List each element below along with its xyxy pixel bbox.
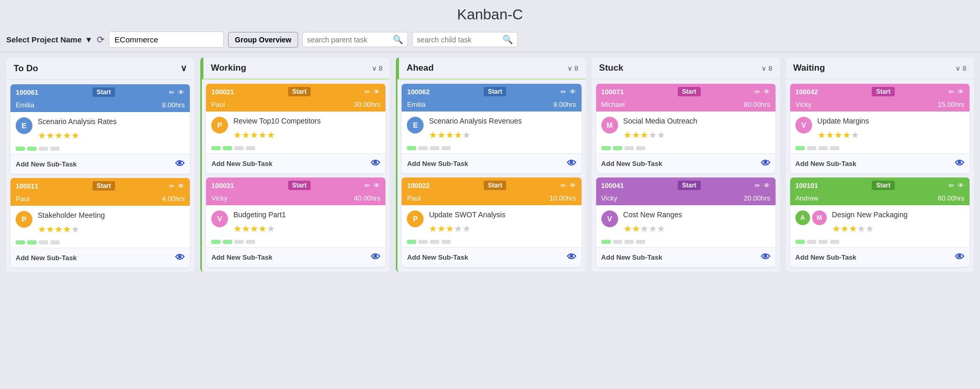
card-actions: ✏ 👁 [949,88,964,96]
start-button[interactable]: Start [872,87,894,96]
add-subtask-button[interactable]: Add New Sub-Task [407,253,468,261]
add-subtask-button[interactable]: Add New Sub-Task [16,254,77,262]
eye-button[interactable]: 👁 [764,182,770,190]
subtask-dot [636,146,645,150]
subtask-dot [418,146,428,150]
task-id: 100062 [407,88,429,96]
project-select-button[interactable]: Select Project Name ▼ [6,35,93,44]
subtask-dot [246,240,255,244]
subtask-dots-row [596,144,776,153]
edit-button[interactable]: ✏ [364,182,370,190]
edit-button[interactable]: ✏ [561,88,566,96]
task-stars: ★★★★★ [429,129,576,141]
footer-eye-icon[interactable]: 👁 [955,158,964,169]
card-actions: ✏ 👁 [755,182,770,190]
start-button[interactable]: Start [93,87,115,97]
add-subtask-button[interactable]: Add New Sub-Task [407,160,468,168]
subtask-dot [211,146,221,150]
edit-button[interactable]: ✏ [364,88,370,96]
add-subtask-button[interactable]: Add New Sub-Task [601,253,663,261]
edit-button[interactable]: ✏ [755,182,760,190]
edit-button[interactable]: ✏ [561,182,566,190]
card-subheader: Vicky 15.00hrs [790,99,970,112]
task-hours: 20.00hrs [744,194,770,202]
edit-button[interactable]: ✏ [949,182,954,190]
star-icon: ★ [233,130,242,140]
column-chevron-icon[interactable]: ∨ [180,63,187,74]
search-parent-input[interactable] [307,36,391,44]
eye-button[interactable]: 👁 [178,88,185,96]
subtask-dot [27,147,37,151]
eye-button[interactable]: 👁 [764,88,770,96]
search-parent-icon[interactable]: 🔍 [393,35,403,45]
subtask-dot [636,240,645,244]
add-subtask-button[interactable]: Add New Sub-Task [16,160,77,168]
task-stars: ★★★★★ [623,129,770,141]
footer-eye-icon[interactable]: 👁 [567,158,576,169]
add-subtask-button[interactable]: Add New Sub-Task [601,160,663,168]
footer-eye-icon[interactable]: 👁 [567,252,576,263]
task-name: Cost New Ranges [623,210,770,219]
eye-button[interactable]: 👁 [178,182,185,190]
start-button[interactable]: Start [484,87,506,96]
footer-eye-icon[interactable]: 👁 [371,158,380,169]
add-subtask-button[interactable]: Add New Sub-Task [211,160,272,168]
footer-eye-icon[interactable]: 👁 [175,159,185,170]
subtask-dot [818,240,828,244]
task-hours: 80.00hrs [744,101,770,108]
eye-button[interactable]: 👁 [569,182,576,190]
eye-button[interactable]: 👁 [958,88,964,96]
footer-eye-icon[interactable]: 👁 [371,252,380,263]
add-subtask-button[interactable]: Add New Sub-Task [795,160,857,168]
edit-button[interactable]: ✏ [949,88,954,96]
start-button[interactable]: Start [678,181,700,190]
start-button[interactable]: Start [678,87,700,96]
subtask-dot [234,146,244,150]
edit-button[interactable]: ✏ [755,88,760,96]
column-count: ∨ 8 [372,64,383,72]
eye-button[interactable]: 👁 [958,182,964,190]
add-subtask-button[interactable]: Add New Sub-Task [795,253,857,261]
assignee-name: Vicky [211,194,227,202]
task-card: 100022 Start ✏ 👁 Paul 10.00hrs P Update … [402,177,581,267]
group-overview-button[interactable]: Group Overview [228,32,298,48]
footer-eye-icon[interactable]: 👁 [761,158,770,169]
card-header: 100061 Start ✏ 👁 [10,84,190,100]
footer-eye-icon[interactable]: 👁 [955,252,964,263]
eye-button[interactable]: 👁 [373,88,380,96]
start-button[interactable]: Start [288,181,311,190]
refresh-button[interactable]: ⟳ [97,34,105,46]
start-button[interactable]: Start [93,181,115,191]
search-child-input[interactable] [417,36,500,44]
footer-eye-icon[interactable]: 👁 [175,252,185,263]
card-header: 100031 Start ✏ 👁 [206,177,385,193]
subtask-dot [601,146,611,150]
column-label: To Do [14,63,38,74]
start-button[interactable]: Start [872,181,894,190]
search-child-icon[interactable]: 🔍 [503,35,513,45]
footer-eye-icon[interactable]: 👁 [761,252,770,263]
edit-button[interactable]: ✏ [169,182,175,190]
edit-button[interactable]: ✏ [169,88,175,96]
star-icon: ★ [834,130,842,140]
subtask-dot [39,147,48,151]
card-actions: ✏ 👁 [364,88,380,96]
task-name: Design New Packaging [832,210,964,219]
eye-button[interactable]: 👁 [373,182,380,190]
project-name-input[interactable] [109,31,224,48]
column-header-stuck: Stuck ∨ 8 [592,58,780,80]
subtask-dot [830,240,839,244]
subtask-dot [16,240,25,244]
card-footer: Add New Sub-Task 👁 [790,153,970,173]
start-button[interactable]: Start [288,87,311,96]
add-subtask-button[interactable]: Add New Sub-Task [211,253,272,261]
star-icon: ★ [454,224,462,234]
start-button[interactable]: Start [484,181,506,190]
eye-button[interactable]: 👁 [569,88,576,96]
task-card: 100071 Start ✏ 👁 Michael 80.00hrs M Soci… [596,84,776,173]
card-body: P Update SWOT Analysis ★★★★★ [402,205,581,238]
avatar: M [601,117,618,134]
subtask-dot [613,146,622,150]
star-icon: ★ [258,130,267,140]
task-hours: 10.00hrs [550,194,576,202]
